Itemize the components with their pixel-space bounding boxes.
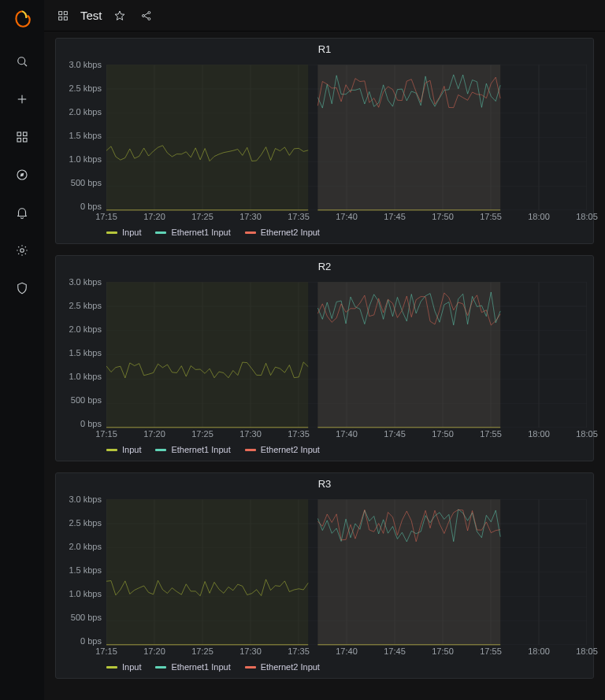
- svg-rect-14: [64, 17, 67, 20]
- x-axis: 17:1517:2017:2517:3017:3517:4017:4517:50…: [106, 646, 587, 659]
- shield-icon[interactable]: [9, 276, 35, 301]
- y-tick-label: 500 bps: [71, 613, 102, 622]
- svg-rect-62: [317, 282, 500, 428]
- legend-item-eth1[interactable]: Ethernet1 Input: [155, 445, 230, 454]
- legend-item-eth2[interactable]: Ethernet2 Input: [245, 445, 320, 454]
- svg-rect-84: [317, 499, 500, 645]
- legend-label: Input: [122, 228, 141, 237]
- legend-label: Ethernet2 Input: [261, 228, 320, 237]
- chart-area[interactable]: 0 bps500 bps1.0 kbps1.5 kbps2.0 kbps2.5 …: [62, 58, 587, 212]
- legend-label: Input: [122, 662, 141, 672]
- legend-swatch: [245, 449, 256, 451]
- svg-marker-15: [115, 11, 124, 20]
- y-axis: 0 bps500 bps1.0 kbps1.5 kbps2.0 kbps2.5 …: [62, 276, 106, 429]
- x-tick-label: 17:50: [432, 429, 454, 439]
- x-tick-label: 17:55: [480, 646, 502, 656]
- legend-item-eth1[interactable]: Ethernet1 Input: [155, 662, 230, 672]
- plot[interactable]: [106, 493, 587, 646]
- x-tick-label: 17:40: [336, 212, 358, 221]
- x-tick-label: 17:20: [143, 429, 165, 439]
- legend-label: Ethernet2 Input: [261, 445, 320, 454]
- x-tick-label: 17:15: [95, 212, 117, 221]
- x-tick-label: 18:05: [576, 429, 598, 439]
- legend-swatch: [155, 449, 166, 451]
- y-tick-label: 500 bps: [71, 178, 102, 187]
- star-icon[interactable]: [110, 6, 129, 25]
- dashboards-nav-icon[interactable]: [54, 6, 72, 25]
- legend-item-input[interactable]: Input: [106, 662, 141, 672]
- search-icon[interactable]: [9, 49, 35, 74]
- x-tick-label: 17:45: [384, 646, 406, 656]
- legend-item-eth2[interactable]: Ethernet2 Input: [245, 662, 320, 672]
- legend-item-eth1[interactable]: Ethernet1 Input: [155, 228, 230, 237]
- legend-swatch: [155, 666, 166, 669]
- x-tick-label: 17:45: [384, 429, 406, 439]
- legend-label: Ethernet2 Input: [261, 662, 320, 672]
- legend: InputEthernet1 InputEthernet2 Input: [106, 662, 587, 672]
- dashboard-title[interactable]: Test: [80, 9, 102, 22]
- x-tick-label: 17:25: [191, 429, 213, 439]
- y-tick-label: 2.0 kbps: [69, 107, 102, 117]
- legend-label: Ethernet1 Input: [171, 662, 230, 672]
- toolbar: Test: [44, 0, 605, 31]
- svg-point-16: [142, 14, 144, 17]
- plot[interactable]: [106, 276, 587, 429]
- svg-rect-40: [317, 65, 500, 210]
- y-tick-label: 0 bps: [80, 636, 102, 646]
- legend-swatch: [106, 666, 117, 669]
- legend-item-input[interactable]: Input: [106, 228, 141, 237]
- y-tick-label: 2.5 kbps: [69, 518, 102, 528]
- panel-title: R2: [62, 259, 587, 276]
- panel-r2[interactable]: R20 bps500 bps1.0 kbps1.5 kbps2.0 kbps2.…: [55, 255, 594, 461]
- svg-rect-4: [17, 132, 21, 136]
- svg-rect-12: [64, 11, 67, 14]
- svg-rect-39: [106, 65, 308, 210]
- svg-rect-6: [17, 139, 21, 143]
- grafana-logo[interactable]: [11, 8, 33, 30]
- x-tick-label: 18:00: [528, 429, 550, 439]
- svg-line-19: [144, 13, 148, 15]
- x-tick-label: 18:00: [528, 646, 550, 656]
- y-axis: 0 bps500 bps1.0 kbps1.5 kbps2.0 kbps2.5 …: [62, 493, 106, 646]
- chart-area[interactable]: 0 bps500 bps1.0 kbps1.5 kbps2.0 kbps2.5 …: [62, 276, 587, 429]
- y-tick-label: 3.0 kbps: [69, 277, 102, 287]
- alerting-icon[interactable]: [9, 200, 35, 225]
- x-axis: 17:1517:2017:2517:3017:3517:4017:4517:50…: [106, 212, 587, 224]
- y-tick-label: 500 bps: [71, 395, 102, 405]
- x-tick-label: 18:05: [576, 646, 598, 656]
- x-tick-label: 18:05: [576, 212, 598, 221]
- explore-icon[interactable]: [9, 162, 35, 187]
- share-icon[interactable]: [137, 6, 156, 25]
- x-tick-label: 17:55: [480, 429, 502, 439]
- plot[interactable]: [106, 58, 587, 212]
- x-tick-label: 17:25: [191, 212, 213, 221]
- x-tick-label: 17:15: [95, 429, 117, 439]
- x-tick-label: 17:40: [336, 429, 358, 439]
- x-tick-label: 17:50: [432, 646, 454, 656]
- y-tick-label: 1.0 kbps: [69, 154, 102, 164]
- legend-item-input[interactable]: Input: [106, 445, 141, 454]
- y-tick-label: 2.5 kbps: [69, 83, 102, 93]
- panel-r3[interactable]: R30 bps500 bps1.0 kbps1.5 kbps2.0 kbps2.…: [55, 472, 594, 679]
- x-tick-label: 17:35: [288, 212, 310, 221]
- legend-item-eth2[interactable]: Ethernet2 Input: [245, 228, 320, 237]
- x-tick-label: 17:30: [239, 646, 262, 656]
- y-axis: 0 bps500 bps1.0 kbps1.5 kbps2.0 kbps2.5 …: [62, 58, 106, 212]
- x-tick-label: 17:30: [239, 429, 262, 439]
- svg-point-18: [147, 17, 150, 20]
- x-tick-label: 17:20: [143, 646, 165, 656]
- svg-point-17: [147, 11, 150, 13]
- legend-label: Input: [122, 445, 141, 454]
- svg-point-0: [18, 57, 25, 65]
- legend: InputEthernet1 InputEthernet2 Input: [106, 228, 587, 237]
- legend-swatch: [155, 231, 166, 234]
- legend-label: Ethernet1 Input: [171, 228, 230, 237]
- plus-icon[interactable]: [9, 87, 35, 112]
- main: Test R10 bps500 bps1.0 kbps1.5 kbps2.0 k…: [44, 0, 605, 700]
- panel-r1[interactable]: R10 bps500 bps1.0 kbps1.5 kbps2.0 kbps2.…: [55, 38, 594, 244]
- svg-rect-83: [106, 499, 308, 645]
- chart-area[interactable]: 0 bps500 bps1.0 kbps1.5 kbps2.0 kbps2.5 …: [62, 493, 587, 646]
- x-tick-label: 17:25: [191, 646, 213, 656]
- dashboards-icon[interactable]: [9, 124, 35, 150]
- gear-icon[interactable]: [9, 238, 35, 263]
